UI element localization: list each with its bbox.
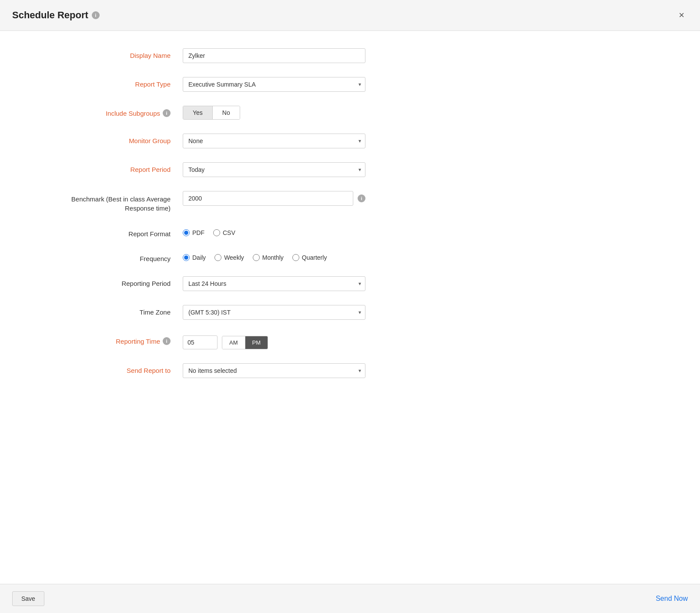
reporting-period-row: Reporting Period Last 24 Hours Last 7 Da…: [0, 276, 700, 291]
include-subgroups-no-button[interactable]: No: [213, 106, 240, 119]
frequency-monthly-label: Monthly: [262, 254, 284, 261]
include-subgroups-label-wrapper: Include Subgroups i: [44, 106, 183, 117]
reporting-time-am-button[interactable]: AM: [222, 336, 245, 349]
report-format-csv-option[interactable]: CSV: [213, 229, 235, 236]
report-type-select-wrapper: Executive Summary SLA Summary Detailed ▾: [183, 77, 365, 92]
send-report-to-label: Send Report to: [44, 363, 183, 374]
reporting-time-ampm-group: AM PM: [222, 336, 268, 349]
dialog-title-text: Schedule Report: [12, 10, 88, 21]
time-zone-control: (GMT 5:30) IST (GMT 0:00) UTC (GMT -5:00…: [183, 305, 365, 320]
frequency-monthly-radio[interactable]: [253, 254, 260, 261]
report-type-label: Report Type: [44, 77, 183, 88]
reporting-time-label-wrapper: Reporting Time i: [44, 334, 183, 345]
time-zone-select[interactable]: (GMT 5:30) IST (GMT 0:00) UTC (GMT -5:00…: [183, 305, 365, 320]
include-subgroups-toggle-group: Yes No: [183, 106, 240, 120]
frequency-daily-label: Daily: [192, 254, 206, 261]
report-format-csv-label: CSV: [223, 229, 235, 236]
benchmark-label-line1: Benchmark (Best in class Average: [44, 194, 171, 204]
frequency-quarterly-option[interactable]: Quarterly: [292, 254, 327, 261]
dialog-title: Schedule Report i: [12, 10, 100, 21]
include-subgroups-row: Include Subgroups i Yes No: [0, 106, 700, 120]
include-subgroups-yes-button[interactable]: Yes: [183, 106, 213, 119]
report-format-pdf-radio[interactable]: [183, 229, 190, 236]
reporting-period-select-wrapper: Last 24 Hours Last 7 Days Last 30 Days ▾: [183, 276, 365, 291]
benchmark-info-icon[interactable]: i: [358, 194, 365, 202]
reporting-time-hour-wrapper: 01020304 05060708 09101112: [183, 335, 218, 349]
frequency-daily-option[interactable]: Daily: [183, 254, 206, 261]
frequency-monthly-option[interactable]: Monthly: [253, 254, 284, 261]
reporting-time-info-icon[interactable]: i: [163, 337, 171, 345]
report-period-label: Report Period: [44, 162, 183, 173]
report-format-radio-group: PDF CSV: [183, 227, 365, 236]
include-subgroups-control: Yes No: [183, 106, 365, 120]
time-zone-label: Time Zone: [44, 305, 183, 316]
display-name-input[interactable]: [183, 48, 365, 63]
title-info-icon[interactable]: i: [92, 11, 100, 19]
close-button[interactable]: ×: [675, 8, 688, 23]
report-type-row: Report Type Executive Summary SLA Summar…: [0, 77, 700, 92]
report-type-select[interactable]: Executive Summary SLA Summary Detailed: [183, 77, 365, 92]
benchmark-label-line2: Response time): [44, 204, 171, 213]
frequency-weekly-option[interactable]: Weekly: [214, 254, 244, 261]
display-name-label: Display Name: [44, 48, 183, 59]
display-name-control: [183, 48, 365, 63]
save-button[interactable]: Save: [12, 591, 44, 606]
reporting-period-label: Reporting Period: [44, 276, 183, 287]
benchmark-input[interactable]: [183, 191, 353, 206]
reporting-period-control: Last 24 Hours Last 7 Days Last 30 Days ▾: [183, 276, 365, 291]
report-period-select-wrapper: Today Yesterday Last 7 Days Last 30 Days…: [183, 162, 365, 177]
report-period-row: Report Period Today Yesterday Last 7 Day…: [0, 162, 700, 177]
frequency-row: Frequency Daily Weekly Monthly: [0, 251, 700, 262]
report-format-csv-radio[interactable]: [213, 229, 220, 236]
benchmark-wrapper: i: [183, 191, 365, 206]
frequency-daily-radio[interactable]: [183, 254, 190, 261]
frequency-label: Frequency: [44, 251, 183, 262]
reporting-time-row: Reporting Time i 01020304 05060708 09101…: [0, 334, 700, 349]
send-report-to-select-wrapper: No items selected ▾: [183, 363, 365, 378]
include-subgroups-info-icon[interactable]: i: [163, 109, 171, 117]
frequency-weekly-label: Weekly: [224, 254, 244, 261]
frequency-quarterly-label: Quarterly: [302, 254, 327, 261]
monitor-group-select[interactable]: None Group 1 Group 2: [183, 134, 365, 148]
report-format-pdf-option[interactable]: PDF: [183, 229, 204, 236]
report-period-control: Today Yesterday Last 7 Days Last 30 Days…: [183, 162, 365, 177]
reporting-time-control: 01020304 05060708 09101112 AM PM: [183, 334, 365, 349]
monitor-group-label: Monitor Group: [44, 134, 183, 144]
benchmark-row: Benchmark (Best in class Average Respons…: [0, 191, 700, 213]
report-format-control: PDF CSV: [183, 227, 365, 236]
report-format-label: Report Format: [44, 227, 183, 238]
display-name-row: Display Name: [0, 48, 700, 63]
time-zone-row: Time Zone (GMT 5:30) IST (GMT 0:00) UTC …: [0, 305, 700, 320]
dialog-body: Display Name Report Type Executive Summa…: [0, 31, 700, 584]
dialog-footer: Save Send Now: [0, 584, 700, 613]
frequency-quarterly-radio[interactable]: [292, 254, 299, 261]
benchmark-label: Benchmark (Best in class Average Respons…: [44, 191, 183, 213]
time-zone-select-wrapper: (GMT 5:30) IST (GMT 0:00) UTC (GMT -5:00…: [183, 305, 365, 320]
monitor-group-select-wrapper: None Group 1 Group 2 ▾: [183, 134, 365, 148]
reporting-time-hour-select[interactable]: 01020304 05060708 09101112: [183, 335, 218, 349]
monitor-group-row: Monitor Group None Group 1 Group 2 ▾: [0, 134, 700, 148]
monitor-group-control: None Group 1 Group 2 ▾: [183, 134, 365, 148]
include-subgroups-label: Include Subgroups: [106, 110, 160, 117]
send-now-button[interactable]: Send Now: [656, 595, 688, 603]
report-format-row: Report Format PDF CSV: [0, 227, 700, 238]
benchmark-control: i: [183, 191, 365, 206]
report-format-pdf-label: PDF: [192, 229, 204, 236]
frequency-weekly-radio[interactable]: [214, 254, 221, 261]
send-report-to-control: No items selected ▾: [183, 363, 365, 378]
schedule-report-dialog: Schedule Report i × Display Name Report …: [0, 0, 700, 613]
dialog-header: Schedule Report i ×: [0, 0, 700, 31]
report-period-select[interactable]: Today Yesterday Last 7 Days Last 30 Days: [183, 162, 365, 177]
frequency-control: Daily Weekly Monthly Quarterly: [183, 251, 365, 261]
send-report-to-select[interactable]: No items selected: [183, 363, 365, 378]
send-report-to-row: Send Report to No items selected ▾: [0, 363, 700, 378]
reporting-time-label: Reporting Time: [116, 338, 160, 345]
reporting-period-select[interactable]: Last 24 Hours Last 7 Days Last 30 Days: [183, 276, 365, 291]
reporting-time-group: 01020304 05060708 09101112 AM PM: [183, 334, 365, 349]
report-type-control: Executive Summary SLA Summary Detailed ▾: [183, 77, 365, 92]
frequency-radio-group: Daily Weekly Monthly Quarterly: [183, 251, 365, 261]
reporting-time-pm-button[interactable]: PM: [245, 336, 268, 349]
